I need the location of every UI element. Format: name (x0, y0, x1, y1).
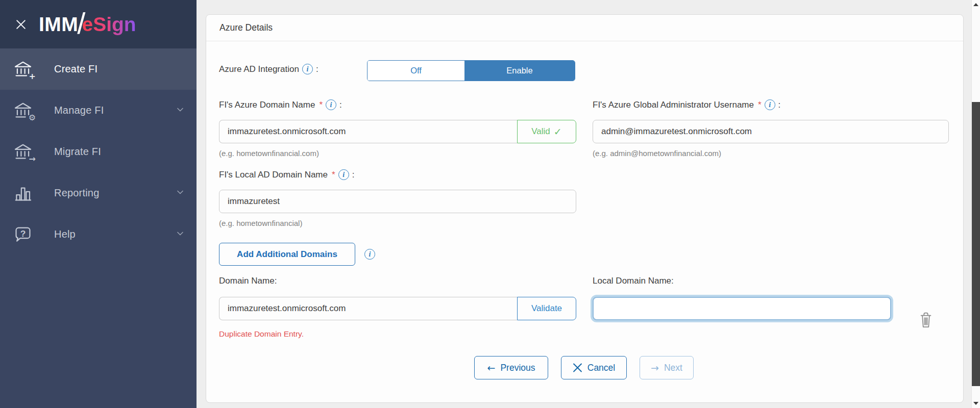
main-content: Azure Details Azure AD Integration : Off… (197, 0, 971, 408)
additional-domain-input[interactable] (219, 297, 517, 320)
sidebar-item-help[interactable]: ? Help (0, 214, 197, 255)
bank-arrow-icon: → (13, 141, 35, 163)
gear-glyph: ⚙ (29, 114, 36, 122)
sidebar-item-manage-fi[interactable]: ⚙ Manage FI (0, 90, 197, 131)
previous-button[interactable]: ← Previous (474, 356, 548, 379)
sidebar-item-label: Create FI (54, 63, 97, 75)
check-icon: ✓ (554, 126, 562, 138)
local-ad-domain-hint: (e.g. hometownfinancial) (219, 219, 302, 227)
additional-domain-field: Validate (219, 297, 576, 320)
next-button[interactable]: → Next (640, 356, 694, 379)
vertical-scrollbar (971, 0, 980, 408)
colon: : (778, 100, 781, 110)
label-text: FI's Local AD Domain Name (219, 170, 328, 180)
help-bubble-icon: ? (13, 224, 35, 245)
close-icon[interactable] (13, 17, 29, 32)
sidebar-item-migrate-fi[interactable]: → Migrate FI (0, 131, 197, 172)
card-body: Azure AD Integration : Off Enable FI's A… (206, 15, 963, 402)
required-asterisk: * (758, 100, 762, 110)
cancel-button[interactable]: Cancel (561, 356, 627, 379)
global-admin-label: FI's Azure Global Administrator Username… (593, 99, 780, 110)
colon: : (352, 170, 355, 180)
toggle-off-button[interactable]: Off (368, 61, 464, 81)
add-additional-domains-button[interactable]: Add Additional Domains (219, 243, 355, 266)
label-text: Local Domain Name: (593, 276, 674, 286)
colon: : (339, 100, 342, 110)
svg-text:?: ? (20, 228, 26, 238)
scroll-up-arrow[interactable] (973, 3, 978, 6)
info-icon[interactable] (338, 169, 349, 180)
logo-imm-text: IMM (39, 13, 78, 36)
domain-name-label: Domain Name: (219, 276, 277, 286)
chevron-down-icon (175, 105, 185, 117)
local-ad-domain-label: FI's Local AD Domain Name * : (219, 169, 354, 180)
next-label: Next (664, 363, 682, 373)
plus-glyph: + (29, 72, 36, 81)
colon: : (316, 64, 318, 74)
global-admin-hint: (e.g. admin@hometownfinancial.com) (593, 149, 721, 158)
sidebar-header: IMM / eSign (0, 0, 197, 48)
delete-domain-button[interactable] (916, 309, 936, 332)
sidebar-item-label: Reporting (54, 187, 100, 199)
arrow-right-glyph: → (29, 155, 36, 163)
valid-status-badge: Valid ✓ (517, 120, 576, 143)
scroll-down-arrow[interactable] (973, 402, 978, 405)
bank-gear-icon: ⚙ (13, 100, 35, 121)
sidebar-item-label: Migrate FI (54, 146, 101, 158)
sidebar-item-create-fi[interactable]: + Create FI (0, 48, 197, 90)
azure-domain-label: FI's Azure Domain Name * : (219, 99, 342, 110)
required-asterisk: * (332, 170, 335, 180)
info-icon[interactable] (326, 99, 336, 110)
azure-ad-integration-label: Azure AD Integration : (219, 64, 318, 74)
label-text: Azure AD Integration (219, 64, 299, 74)
sidebar: IMM / eSign + Create FI ⚙ Manage FI (0, 0, 197, 408)
info-icon[interactable] (302, 64, 313, 74)
global-admin-input[interactable] (593, 120, 949, 143)
chevron-down-icon (175, 228, 185, 241)
chevron-down-icon (175, 187, 185, 199)
bank-plus-icon: + (13, 59, 35, 80)
cancel-label: Cancel (587, 363, 615, 373)
sidebar-item-label: Help (54, 228, 76, 240)
duplicate-domain-error: Duplicate Domain Entry. (219, 329, 304, 339)
local-domain-name-label: Local Domain Name: (593, 276, 674, 286)
logo-esign-text: eSign (82, 13, 136, 36)
azure-domain-input[interactable] (219, 120, 517, 143)
info-icon[interactable] (364, 249, 375, 260)
sidebar-item-label: Manage FI (54, 105, 104, 116)
label-text: Domain Name: (219, 276, 277, 286)
azure-domain-field: Valid ✓ (219, 120, 576, 143)
arrow-left-icon: ← (487, 362, 495, 373)
local-ad-domain-input[interactable] (219, 190, 576, 213)
previous-label: Previous (500, 363, 535, 373)
sidebar-item-reporting[interactable]: Reporting (0, 172, 197, 214)
label-text: FI's Azure Domain Name (219, 100, 315, 110)
trash-icon (918, 311, 934, 330)
azure-details-card: Azure Details Azure AD Integration : Off… (206, 14, 964, 403)
validate-button[interactable]: Validate (517, 297, 576, 320)
azure-ad-integration-toggle: Off Enable (367, 60, 575, 81)
x-icon (573, 363, 582, 373)
app-logo: IMM / eSign (39, 13, 136, 36)
bar-chart-icon (13, 183, 35, 204)
label-text: FI's Azure Global Administrator Username (593, 100, 754, 110)
azure-domain-hint: (e.g. hometownfinancial.com) (219, 149, 319, 158)
local-domain-input[interactable] (593, 297, 891, 320)
info-icon[interactable] (765, 99, 775, 110)
valid-text: Valid (531, 126, 550, 137)
required-asterisk: * (319, 100, 323, 110)
scrollbar-thumb[interactable] (972, 102, 980, 386)
arrow-right-icon: → (651, 362, 659, 373)
toggle-enable-button[interactable]: Enable (464, 61, 575, 81)
